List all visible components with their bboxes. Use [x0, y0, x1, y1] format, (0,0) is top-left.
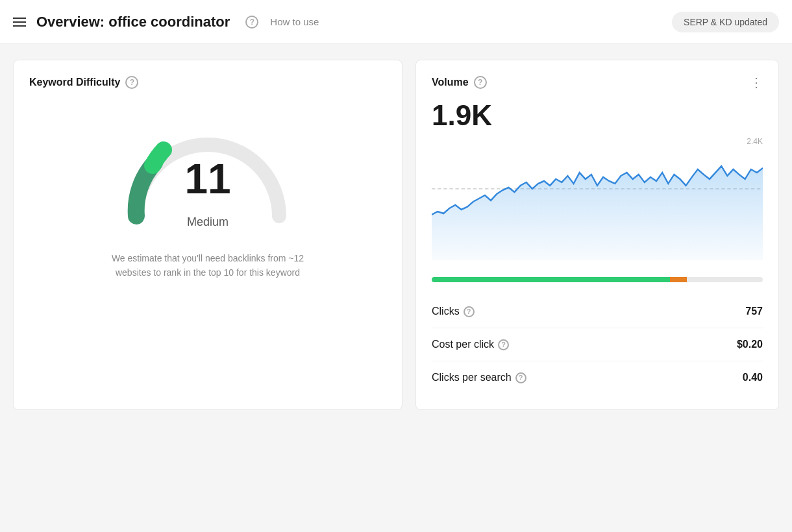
- volume-card-title: Volume: [432, 77, 469, 88]
- how-to-use-link[interactable]: How to use: [270, 16, 319, 27]
- cps-label: Clicks per search ?: [432, 372, 526, 383]
- keyword-difficulty-card: Keyword Difficulty ? 11 Medium We estima…: [13, 60, 402, 410]
- volume-value: 1.9K: [432, 99, 763, 132]
- volume-card: Volume ? ⋮ 1.9K 2.4K: [415, 60, 779, 410]
- clicks-progress-bar: [432, 277, 763, 282]
- help-icon[interactable]: ?: [245, 16, 258, 29]
- chart-max-label: 2.4K: [747, 137, 763, 146]
- volume-chart: 2.4K: [432, 137, 763, 267]
- main-content: Keyword Difficulty ? 11 Medium We estima…: [0, 44, 792, 426]
- clicks-help-icon[interactable]: ?: [464, 306, 475, 317]
- volume-help-icon[interactable]: ?: [474, 76, 487, 89]
- kd-score: 11: [184, 158, 230, 200]
- kd-help-icon[interactable]: ?: [125, 76, 138, 89]
- cps-value: 0.40: [743, 372, 763, 383]
- hamburger-icon[interactable]: [13, 18, 26, 27]
- progress-orange: [670, 277, 687, 282]
- volume-card-header: Volume ? ⋮: [432, 76, 763, 89]
- cpc-value: $0.20: [737, 339, 763, 350]
- more-options-icon[interactable]: ⋮: [750, 76, 763, 89]
- volume-chart-svg: [432, 137, 763, 260]
- kd-gauge: 11 Medium: [117, 106, 299, 236]
- cpc-label: Cost per click ?: [432, 339, 509, 350]
- serp-badge: SERP & KD updated: [672, 12, 779, 32]
- cpc-help-icon[interactable]: ?: [498, 339, 509, 350]
- page-title: Overview: office coordinator: [36, 14, 230, 30]
- progress-green: [432, 277, 670, 282]
- kd-card-title: Keyword Difficulty: [29, 77, 120, 88]
- header: Overview: office coordinator ? How to us…: [0, 0, 792, 44]
- clicks-row: Clicks ? 757: [432, 295, 763, 328]
- kd-card-header: Keyword Difficulty ?: [29, 76, 386, 89]
- cps-row: Clicks per search ? 0.40: [432, 361, 763, 394]
- cpc-row: Cost per click ? $0.20: [432, 328, 763, 361]
- cps-help-icon[interactable]: ?: [515, 372, 526, 383]
- kd-level: Medium: [187, 215, 229, 229]
- kd-description: We estimate that you'll need backlinks f…: [97, 251, 318, 280]
- clicks-value: 757: [745, 306, 763, 317]
- clicks-label: Clicks ?: [432, 306, 475, 317]
